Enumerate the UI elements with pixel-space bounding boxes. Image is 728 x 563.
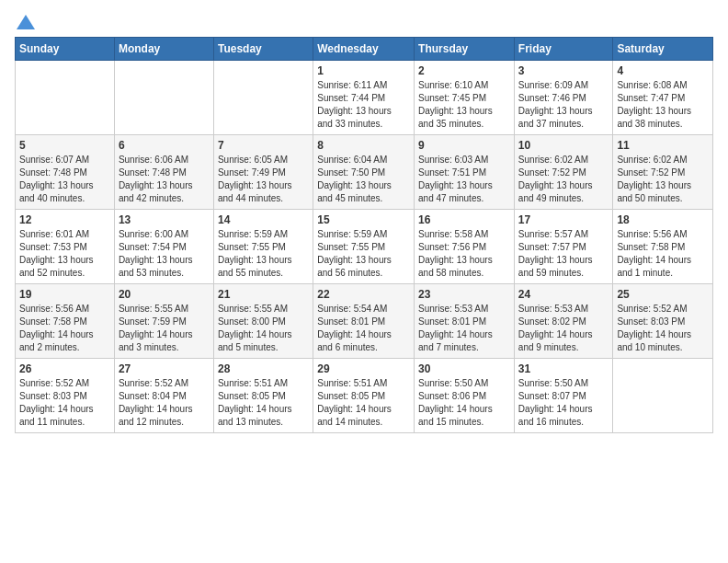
calendar-table: SundayMondayTuesdayWednesdayThursdayFrid… [15,37,713,433]
calendar-cell: 26Sunrise: 5:52 AM Sunset: 8:03 PM Dayli… [16,359,115,433]
calendar-week-row: 1Sunrise: 6:11 AM Sunset: 7:44 PM Daylig… [16,61,713,135]
calendar-cell: 9Sunrise: 6:03 AM Sunset: 7:51 PM Daylig… [415,135,515,210]
day-info: Sunrise: 5:56 AM Sunset: 7:58 PM Dayligh… [617,228,709,280]
header-wednesday: Wednesday [313,38,415,61]
calendar-week-row: 26Sunrise: 5:52 AM Sunset: 8:03 PM Dayli… [16,359,713,433]
day-number: 15 [317,213,410,226]
day-number: 9 [418,139,510,152]
day-info: Sunrise: 6:09 AM Sunset: 7:46 PM Dayligh… [518,79,609,131]
calendar-cell: 25Sunrise: 5:52 AM Sunset: 8:03 PM Dayli… [613,284,713,359]
header-sunday: Sunday [16,38,115,61]
calendar-cell: 30Sunrise: 5:50 AM Sunset: 8:06 PM Dayli… [415,359,515,433]
day-number: 7 [218,139,309,152]
calendar-cell [213,61,313,135]
day-info: Sunrise: 6:03 AM Sunset: 7:51 PM Dayligh… [418,154,510,205]
calendar-cell: 21Sunrise: 5:55 AM Sunset: 8:00 PM Dayli… [213,284,313,359]
day-info: Sunrise: 6:06 AM Sunset: 7:48 PM Dayligh… [119,154,210,205]
calendar-cell: 14Sunrise: 5:59 AM Sunset: 7:55 PM Dayli… [213,210,313,284]
header-monday: Monday [114,38,213,61]
day-info: Sunrise: 5:55 AM Sunset: 7:59 PM Dayligh… [119,303,210,354]
day-number: 21 [218,288,309,301]
calendar-cell: 2Sunrise: 6:10 AM Sunset: 7:45 PM Daylig… [415,61,515,135]
day-number: 22 [317,288,410,301]
calendar-cell: 4Sunrise: 6:08 AM Sunset: 7:47 PM Daylig… [613,61,713,135]
day-number: 28 [218,362,309,375]
calendar-cell: 19Sunrise: 5:56 AM Sunset: 7:58 PM Dayli… [16,284,115,359]
calendar-cell: 8Sunrise: 6:04 AM Sunset: 7:50 PM Daylig… [313,135,415,210]
page-header [15,15,713,26]
calendar-cell: 28Sunrise: 5:51 AM Sunset: 8:05 PM Dayli… [213,359,313,433]
calendar-cell [613,359,713,433]
day-number: 30 [418,362,510,375]
day-info: Sunrise: 5:59 AM Sunset: 7:55 PM Dayligh… [317,228,410,280]
day-info: Sunrise: 6:10 AM Sunset: 7:45 PM Dayligh… [418,79,510,131]
day-number: 10 [518,139,609,152]
calendar-cell: 5Sunrise: 6:07 AM Sunset: 7:48 PM Daylig… [16,135,115,210]
day-info: Sunrise: 6:01 AM Sunset: 7:53 PM Dayligh… [19,228,110,280]
calendar-cell: 18Sunrise: 5:56 AM Sunset: 7:58 PM Dayli… [613,210,713,284]
day-number: 3 [518,64,609,77]
day-number: 6 [119,139,210,152]
day-number: 11 [617,139,709,152]
day-info: Sunrise: 6:07 AM Sunset: 7:48 PM Dayligh… [19,154,110,205]
header-thursday: Thursday [415,38,515,61]
calendar-week-row: 19Sunrise: 5:56 AM Sunset: 7:58 PM Dayli… [16,284,713,359]
day-number: 18 [617,213,709,226]
header-friday: Friday [514,38,613,61]
day-number: 14 [218,213,309,226]
calendar-cell: 20Sunrise: 5:55 AM Sunset: 7:59 PM Dayli… [114,284,213,359]
day-info: Sunrise: 5:59 AM Sunset: 7:55 PM Dayligh… [218,228,309,280]
day-info: Sunrise: 5:57 AM Sunset: 7:57 PM Dayligh… [518,228,609,280]
calendar-cell: 3Sunrise: 6:09 AM Sunset: 7:46 PM Daylig… [514,61,613,135]
calendar-cell: 17Sunrise: 5:57 AM Sunset: 7:57 PM Dayli… [514,210,613,284]
calendar-cell: 22Sunrise: 5:54 AM Sunset: 8:01 PM Dayli… [313,284,415,359]
day-info: Sunrise: 5:53 AM Sunset: 8:01 PM Dayligh… [418,303,510,354]
day-number: 4 [617,64,709,77]
day-number: 29 [317,362,410,375]
day-info: Sunrise: 6:02 AM Sunset: 7:52 PM Dayligh… [617,154,709,205]
day-info: Sunrise: 6:02 AM Sunset: 7:52 PM Dayligh… [518,154,609,205]
day-number: 25 [617,288,709,301]
day-info: Sunrise: 5:53 AM Sunset: 8:02 PM Dayligh… [518,303,609,354]
day-number: 5 [19,139,110,152]
day-info: Sunrise: 5:58 AM Sunset: 7:56 PM Dayligh… [418,228,510,280]
svg-marker-0 [17,15,35,29]
calendar-cell: 31Sunrise: 5:50 AM Sunset: 8:07 PM Dayli… [514,359,613,433]
day-info: Sunrise: 5:56 AM Sunset: 7:58 PM Dayligh… [19,303,110,354]
day-info: Sunrise: 5:52 AM Sunset: 8:04 PM Dayligh… [119,377,210,429]
day-info: Sunrise: 5:51 AM Sunset: 8:05 PM Dayligh… [317,377,410,429]
day-number: 13 [119,213,210,226]
day-number: 8 [317,139,410,152]
calendar-cell: 12Sunrise: 6:01 AM Sunset: 7:53 PM Dayli… [16,210,115,284]
day-number: 19 [19,288,110,301]
day-number: 27 [119,362,210,375]
day-number: 31 [518,362,609,375]
calendar-cell: 6Sunrise: 6:06 AM Sunset: 7:48 PM Daylig… [114,135,213,210]
calendar-cell: 24Sunrise: 5:53 AM Sunset: 8:02 PM Dayli… [514,284,613,359]
day-info: Sunrise: 5:52 AM Sunset: 8:03 PM Dayligh… [617,303,709,354]
day-info: Sunrise: 6:04 AM Sunset: 7:50 PM Dayligh… [317,154,410,205]
header-tuesday: Tuesday [213,38,313,61]
calendar-cell: 29Sunrise: 5:51 AM Sunset: 8:05 PM Dayli… [313,359,415,433]
day-info: Sunrise: 6:00 AM Sunset: 7:54 PM Dayligh… [119,228,210,280]
day-info: Sunrise: 5:51 AM Sunset: 8:05 PM Dayligh… [218,377,309,429]
calendar-header-row: SundayMondayTuesdayWednesdayThursdayFrid… [16,38,713,61]
day-number: 1 [317,64,410,77]
calendar-week-row: 12Sunrise: 6:01 AM Sunset: 7:53 PM Dayli… [16,210,713,284]
day-info: Sunrise: 6:11 AM Sunset: 7:44 PM Dayligh… [317,79,410,131]
header-saturday: Saturday [613,38,713,61]
day-number: 26 [19,362,110,375]
logo-bird-icon [17,15,35,29]
day-number: 20 [119,288,210,301]
calendar-cell: 13Sunrise: 6:00 AM Sunset: 7:54 PM Dayli… [114,210,213,284]
calendar-cell [16,61,115,135]
day-number: 17 [518,213,609,226]
day-info: Sunrise: 5:52 AM Sunset: 8:03 PM Dayligh… [19,377,110,429]
day-info: Sunrise: 6:05 AM Sunset: 7:49 PM Dayligh… [218,154,309,205]
calendar-cell: 27Sunrise: 5:52 AM Sunset: 8:04 PM Dayli… [114,359,213,433]
day-number: 24 [518,288,609,301]
day-number: 12 [19,213,110,226]
day-number: 23 [418,288,510,301]
calendar-cell: 11Sunrise: 6:02 AM Sunset: 7:52 PM Dayli… [613,135,713,210]
calendar-cell: 16Sunrise: 5:58 AM Sunset: 7:56 PM Dayli… [415,210,515,284]
